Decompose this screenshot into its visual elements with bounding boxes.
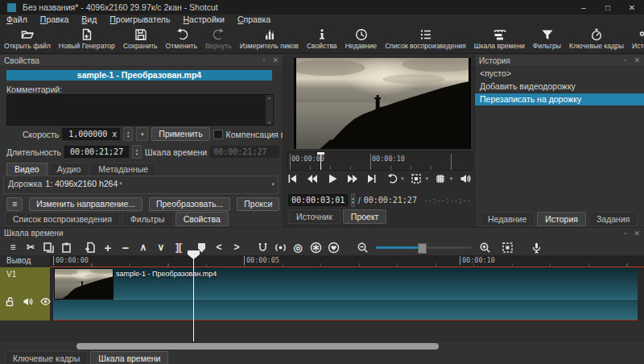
split-button[interactable]: ][	[170, 240, 188, 254]
copy-button[interactable]	[39, 240, 57, 254]
scroll-up-icon[interactable]: ▴	[268, 95, 270, 100]
ripple-toggle[interactable]: ◎	[289, 240, 307, 254]
cut-button[interactable]: ✂	[22, 240, 39, 254]
menu-player[interactable]: Проигрыватель	[103, 14, 176, 25]
keyframes-button[interactable]: Ключевые кадры	[565, 27, 628, 50]
skip-start-button[interactable]	[283, 172, 302, 185]
timeline-output-header[interactable]: Вывод	[0, 255, 50, 267]
playlist-button[interactable]: Список воспроизведения	[381, 27, 470, 50]
close-panel-icon[interactable]: ✕	[634, 56, 640, 64]
zoom-fit-caret-icon[interactable]: ▾	[426, 176, 429, 182]
float-panel-icon[interactable]: ▫	[262, 56, 265, 64]
zoom-fit-button[interactable]	[407, 172, 426, 185]
close-panel-icon[interactable]: ✕	[634, 230, 640, 238]
menu-edit[interactable]: Правка	[34, 14, 75, 25]
new-generator-button[interactable]: Новый Генератор	[55, 27, 119, 50]
zoom-in-button[interactable]	[476, 240, 493, 254]
timeline-button[interactable]: Шкала времени	[470, 27, 529, 50]
next-marker-button[interactable]: >	[228, 240, 246, 254]
loop-button[interactable]	[383, 172, 402, 185]
speed-input[interactable]: 1,000000 x	[62, 128, 120, 140]
ripple-all-tracks-toggle[interactable]	[307, 240, 324, 254]
apply-button[interactable]: Применить	[151, 127, 209, 141]
undo-button[interactable]: Отменить	[162, 27, 201, 50]
play-button[interactable]	[323, 172, 341, 185]
redo-button[interactable]: Вернуть	[201, 27, 236, 50]
tab-playlist[interactable]: Список воспроизведения	[5, 212, 120, 226]
tab-history[interactable]: История	[537, 212, 586, 226]
ripple-markers-toggle[interactable]	[324, 240, 342, 254]
tab-properties[interactable]: Свойства	[175, 212, 229, 226]
comments-scrollbar[interactable]: ▴ ▾	[266, 95, 273, 125]
properties-menu-button[interactable]: ≡	[6, 197, 23, 211]
track-select[interactable]: 1: 4096x2160 h264	[45, 179, 118, 188]
panel-splitter-right[interactable]	[474, 55, 475, 227]
scroll-down-icon[interactable]: ▾	[268, 120, 270, 125]
player-playhead[interactable]	[320, 152, 321, 170]
comments-textarea[interactable]: ▴ ▾	[6, 94, 274, 126]
append-button[interactable]	[81, 240, 99, 254]
tab-jobs[interactable]: Задания	[588, 212, 638, 226]
timeline-clip[interactable]: sample-1 - Преобразован.mp4	[53, 267, 638, 321]
skip-end-button[interactable]	[363, 172, 382, 185]
open-file-button[interactable]: Открыть файл	[0, 27, 55, 50]
track-lock-button[interactable]	[5, 296, 15, 307]
tab-source[interactable]: Источник	[288, 209, 341, 224]
rewind-button[interactable]	[303, 172, 322, 185]
timeline-ruler[interactable]: 00:00:00 00:00:05 00:00:10	[50, 255, 644, 267]
proxy-button[interactable]: Прокси	[237, 197, 279, 211]
menu-help[interactable]: Справка	[231, 14, 277, 25]
grid-button[interactable]	[431, 172, 450, 185]
prev-marker-button[interactable]: <	[210, 240, 228, 254]
timeline-zoom-fit-button[interactable]	[498, 240, 516, 254]
menu-settings[interactable]: Настройки	[176, 14, 231, 25]
minimize-button[interactable]: –	[572, 0, 596, 14]
maximize-button[interactable]: □	[596, 0, 620, 14]
speed-stepper[interactable]: ▴▾	[123, 127, 133, 141]
timeline-playhead-marker[interactable]	[188, 250, 200, 259]
track-select-caret-icon[interactable]: ▾	[119, 180, 122, 187]
loop-caret-icon[interactable]: ▾	[401, 176, 404, 182]
pitch-compensation-checkbox[interactable]	[213, 130, 223, 139]
timeline-hscrollbar[interactable]	[76, 343, 439, 350]
scrub-while-dragging-toggle[interactable]	[271, 240, 289, 254]
float-panel-icon[interactable]: ▫	[624, 230, 626, 238]
track-mute-button[interactable]	[23, 296, 33, 307]
zoom-out-button[interactable]	[353, 240, 371, 254]
video-track-header[interactable]: V1	[0, 267, 50, 321]
history-button[interactable]: История	[628, 27, 644, 50]
history-item-empty[interactable]: <пусто>	[475, 68, 644, 81]
properties-button[interactable]: Свойства	[303, 27, 341, 50]
current-time-input[interactable]: 00:00:03;01	[288, 194, 348, 206]
tab-timeline[interactable]: Шкала времени	[90, 351, 168, 364]
timeline-zoom-slider[interactable]	[376, 242, 471, 253]
history-item-add-track[interactable]: Добавить видеодорожку	[475, 81, 644, 93]
history-item-overwrite[interactable]: Перезаписать на дорожку	[475, 93, 644, 106]
panel-splitter-left[interactable]	[283, 55, 283, 227]
close-panel-icon[interactable]: ✕	[272, 56, 279, 64]
tab-video[interactable]: Видео	[6, 163, 47, 176]
current-time-stepper[interactable]: ▴▾	[351, 193, 355, 207]
grid-caret-icon[interactable]: ▾	[450, 176, 453, 182]
track-hide-button[interactable]	[40, 296, 51, 307]
reverse-button[interactable]: Изменить направление...	[29, 197, 142, 211]
frame-overflow-caret-icon[interactable]: ▾	[271, 181, 275, 188]
duration-input[interactable]: 00:00:21;27	[64, 146, 129, 158]
tab-filters[interactable]: Фильтры	[122, 212, 173, 226]
zoom-slider-handle[interactable]	[418, 243, 427, 254]
filters-button[interactable]: Фильтры	[529, 27, 565, 50]
player-scrubber[interactable]: 00:00:00 00:00:10	[287, 151, 473, 171]
tab-project[interactable]: Проект	[343, 209, 387, 224]
float-panel-icon[interactable]: ▫	[624, 56, 626, 64]
speed-preset-dropdown[interactable]: ▾	[136, 127, 148, 141]
paste-button[interactable]	[57, 240, 75, 254]
recent-button[interactable]: Недавние	[341, 27, 381, 50]
tab-metadata[interactable]: Метаданные	[90, 163, 156, 176]
tab-keyframes[interactable]: Ключевые кадры	[5, 351, 88, 364]
menu-view[interactable]: Вид	[75, 14, 103, 25]
move-up-button[interactable]: ∧	[134, 240, 152, 254]
snap-toggle[interactable]	[254, 240, 271, 254]
timeline-playhead[interactable]	[193, 255, 194, 341]
volume-button[interactable]	[456, 172, 474, 185]
move-down-button[interactable]: ∨	[152, 240, 170, 254]
